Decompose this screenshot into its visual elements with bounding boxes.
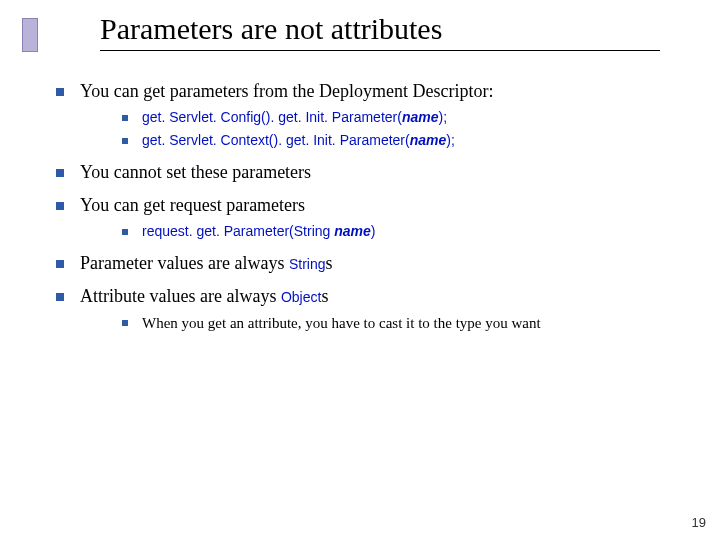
list-item: get. Servlet. Context(). get. Init. Para… bbox=[122, 130, 690, 151]
code-line: get. Servlet. Context(). get. Init. Para… bbox=[142, 130, 690, 151]
accent-bar bbox=[22, 18, 38, 52]
list-item: Attribute values are always Objects When… bbox=[56, 283, 690, 337]
bullet-text: You can get parameters from the Deployme… bbox=[80, 78, 690, 153]
code-line: get. Servlet. Config(). get. Init. Param… bbox=[142, 107, 690, 128]
list-item: You cannot set these parameters bbox=[56, 159, 690, 186]
slide-body: You can get parameters from the Deployme… bbox=[56, 72, 690, 337]
bullet-icon bbox=[56, 169, 64, 177]
list-item: request. get. Parameter(String name) bbox=[122, 221, 690, 242]
page-number: 19 bbox=[692, 515, 706, 530]
bullet-icon bbox=[56, 260, 64, 268]
bullet-text: Parameter values are always Strings bbox=[80, 250, 690, 277]
bullet-icon bbox=[56, 202, 64, 210]
bullet-icon bbox=[122, 138, 128, 144]
bullet-list: You can get parameters from the Deployme… bbox=[56, 78, 690, 337]
bullet-icon bbox=[122, 229, 128, 235]
bullet-icon bbox=[122, 115, 128, 121]
list-item: Parameter values are always Strings bbox=[56, 250, 690, 277]
bullet-text: When you get an attribute, you have to c… bbox=[142, 312, 690, 335]
bullet-icon bbox=[56, 293, 64, 301]
bullet-icon bbox=[122, 320, 128, 326]
bullet-text: Attribute values are always Objects When… bbox=[80, 283, 690, 337]
title-block: Parameters are not attributes bbox=[100, 12, 690, 51]
list-item: You can get request parameters request. … bbox=[56, 192, 690, 244]
bullet-text: You cannot set these parameters bbox=[80, 159, 690, 186]
list-item: get. Servlet. Config(). get. Init. Param… bbox=[122, 107, 690, 128]
title-rule bbox=[100, 50, 660, 51]
bullet-text: You can get request parameters request. … bbox=[80, 192, 690, 244]
list-item: You can get parameters from the Deployme… bbox=[56, 78, 690, 153]
list-item: When you get an attribute, you have to c… bbox=[122, 312, 690, 335]
page-title: Parameters are not attributes bbox=[100, 12, 690, 46]
code-line: request. get. Parameter(String name) bbox=[142, 221, 690, 242]
bullet-icon bbox=[56, 88, 64, 96]
